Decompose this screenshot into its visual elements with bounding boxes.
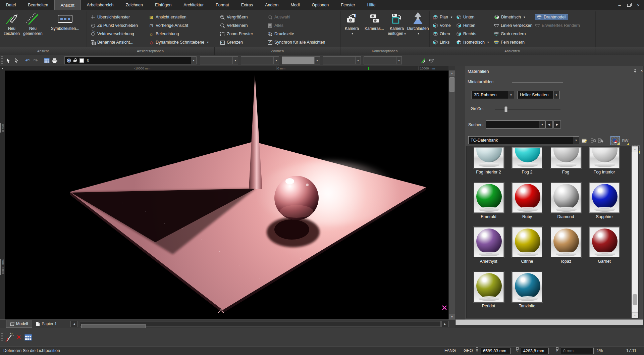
shadow-style-select[interactable]: Heller Schatten <box>518 91 553 99</box>
z-coordinate-field[interactable]: 0 mm <box>561 348 594 354</box>
rechts-item[interactable]: Rechts <box>456 30 489 38</box>
material-item[interactable]: Fog 2 <box>508 147 546 174</box>
symbolleisten-button[interactable]: Symbolleisten... <box>46 11 85 31</box>
scroll-right-button[interactable]: ▶ <box>441 321 449 327</box>
x-lock-checkbox[interactable] <box>476 347 478 350</box>
property-combo-4[interactable]: ▾ <box>323 56 361 64</box>
material-browser[interactable]: Fog Interior 2 Fog 2 Fog Fog Interior Em… <box>466 146 639 318</box>
restore-button[interactable] <box>626 2 632 8</box>
y-coordinate-field[interactable]: 4283,8 mm <box>521 348 549 354</box>
chevron-down-icon[interactable]: ▾ <box>232 57 238 64</box>
benannte-ansicht-item[interactable]: Benannte Ansicht... <box>90 39 138 46</box>
chevron-down-icon[interactable]: ▾ <box>396 57 401 64</box>
menu-fenster[interactable]: Fenster <box>335 0 361 10</box>
erweitertes-rendern-item[interactable]: Erweitertes Rendern <box>535 22 580 29</box>
synchron-item[interactable]: Synchron für alle Ansichten <box>267 39 325 46</box>
material-thumbnail[interactable] <box>551 227 581 257</box>
material-item[interactable]: Amethyst <box>469 227 508 264</box>
menu-aendern[interactable]: Ändern <box>259 0 284 10</box>
vorherige-ansicht-item[interactable]: ⊡Vorherige Ansicht <box>149 22 209 29</box>
material-item[interactable]: Ruby <box>508 183 546 219</box>
model-viewport[interactable] <box>5 70 448 319</box>
vorne-item[interactable]: Vorne <box>433 22 452 29</box>
durchlaufen-button[interactable]: Durchlaufen ▾ <box>407 11 429 36</box>
grob-rendern-item[interactable]: Grob rendern <box>494 30 533 38</box>
pick-material-button[interactable] <box>597 136 604 145</box>
chevron-down-icon[interactable]: ▾ <box>508 91 514 99</box>
kamera-button[interactable]: Kamera ▾ <box>341 11 363 36</box>
neu-generieren-button[interactable]: Neu generieren <box>23 11 43 36</box>
render-mode-button[interactable] <box>427 56 435 65</box>
material-thumbnail[interactable] <box>589 227 620 257</box>
chevron-down-icon[interactable]: ▾ <box>539 120 545 129</box>
vscroll-thumb[interactable] <box>449 77 454 92</box>
menu-format[interactable]: Format <box>210 0 235 10</box>
menu-ansicht[interactable]: Ansicht <box>54 0 81 10</box>
material-item[interactable]: Fog Interior <box>585 147 624 174</box>
vertical-ruler[interactable]: 0 mm 10000 mm <box>0 70 5 319</box>
z-lock-checkbox[interactable] <box>556 347 558 350</box>
material-item[interactable]: Peridot <box>469 272 508 308</box>
format-brush-button[interactable] <box>419 56 427 65</box>
toolbar-grip[interactable] <box>1 333 3 341</box>
hinten-item[interactable]: Hinten <box>456 22 489 29</box>
material-item[interactable]: Garnet <box>585 227 624 264</box>
chevron-down-icon[interactable]: ▾ <box>191 57 196 64</box>
select-tool-button[interactable] <box>4 56 12 65</box>
material-item[interactable]: Topaz <box>546 227 585 264</box>
property-combo-3[interactable]: ▾ <box>282 56 320 64</box>
panel-splitter[interactable] <box>455 66 465 319</box>
material-thumbnail[interactable] <box>589 147 620 168</box>
beleuchtung-item[interactable]: ☼Beleuchtung <box>149 30 209 38</box>
chevron-down-icon[interactable]: ▾ <box>553 91 559 99</box>
x-coordinate-field[interactable]: 6589,83 mm <box>481 348 511 354</box>
y-lock-checkbox[interactable] <box>516 347 519 350</box>
menu-arbeitsbereich[interactable]: Arbeitsbereich <box>81 0 120 10</box>
links-item[interactable]: Links <box>433 39 452 46</box>
verkleinern-item[interactable]: −Verkleinern <box>220 22 253 29</box>
material-preview-toggle[interactable] <box>610 136 620 145</box>
material-thumbnail[interactable] <box>512 183 542 213</box>
redo-button[interactable]: ↷ <box>32 56 40 65</box>
tab-scroll-left-button[interactable]: ◀ <box>70 321 78 327</box>
menu-hilfe[interactable]: Hilfe <box>361 0 382 10</box>
material-thumbnail[interactable] <box>474 183 504 213</box>
menu-zeichnen[interactable]: Zeichnen <box>120 0 149 10</box>
rw-toggle[interactable]: RW <box>621 136 629 145</box>
material-item[interactable]: Diamond <box>546 183 585 219</box>
alles-item[interactable]: Alles <box>267 22 325 29</box>
chevron-down-icon[interactable]: ▾ <box>314 57 320 64</box>
fein-rendern-item[interactable]: Fein rendern <box>494 39 533 46</box>
toolbar-grip[interactable] <box>1 56 3 64</box>
frame-style-select[interactable]: 3D-Rahmen <box>472 91 508 99</box>
material-item[interactable]: Fog Interior 2 <box>469 147 508 174</box>
material-item[interactable]: Fog <box>546 147 585 174</box>
table-options-button[interactable] <box>23 333 33 342</box>
scroll-up-button[interactable]: ▲ <box>449 70 455 76</box>
snap-mode-geo[interactable]: GEO <box>464 348 473 353</box>
material-thumbnail[interactable] <box>512 147 542 168</box>
size-slider-thumb[interactable] <box>504 106 507 112</box>
uebersichtsfenster-item[interactable]: Übersichtsfenster <box>90 13 138 21</box>
chevron-down-icon[interactable]: ▾ <box>573 136 579 144</box>
scroll-down-button[interactable]: ▼ <box>632 312 638 318</box>
pen-properties-combo[interactable]: 0 ▾ <box>64 56 197 64</box>
search-input[interactable] <box>486 120 539 129</box>
menu-einfuegen[interactable]: Einfügen <box>149 0 177 10</box>
printer-button[interactable] <box>51 56 59 65</box>
material-thumbnail[interactable] <box>551 183 581 213</box>
ansicht-erstellen-item[interactable]: ⊞Ansicht erstellen <box>149 13 209 21</box>
horizontal-ruler[interactable]: -10000 mm 0 mm 10000 mm <box>5 66 448 70</box>
neu-zeichnen-button[interactable]: Neu zeichnen <box>2 11 21 36</box>
material-item[interactable]: Emerald <box>469 183 508 219</box>
undo-button[interactable]: ↶ <box>23 56 32 65</box>
minimize-button[interactable]: – <box>616 2 623 8</box>
property-combo-2[interactable]: ▾ <box>241 56 279 64</box>
oben-item[interactable]: Oben <box>433 30 452 38</box>
search-next-button[interactable]: ▶ <box>553 120 561 129</box>
chevron-down-icon[interactable]: ▾ <box>355 57 361 64</box>
materials-scroll-thumb[interactable] <box>633 294 637 305</box>
unten-item[interactable]: Unten <box>456 13 489 21</box>
tab-modell[interactable]: Modell <box>6 320 32 328</box>
material-properties-button[interactable] <box>581 136 588 145</box>
